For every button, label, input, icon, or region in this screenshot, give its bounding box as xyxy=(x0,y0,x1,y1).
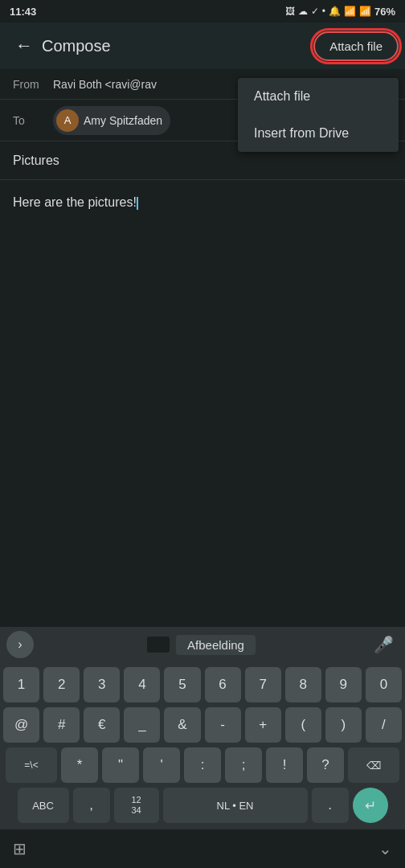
recipient-name: Amy Spitzfaden xyxy=(84,114,162,127)
key-hash[interactable]: # xyxy=(43,707,80,743)
key-colon[interactable]: : xyxy=(184,747,221,783)
key-3[interactable]: 3 xyxy=(84,667,120,702)
key-quote[interactable]: " xyxy=(102,747,139,783)
check-circle-icon: ✓ xyxy=(311,6,319,17)
status-time: 11:43 xyxy=(10,6,36,18)
key-0[interactable]: 0 xyxy=(366,667,402,702)
microphone-icon[interactable]: 🎤 xyxy=(369,635,399,654)
recipient-chip[interactable]: A Amy Spitzfaden xyxy=(53,106,170,135)
key-minus[interactable]: - xyxy=(205,707,241,743)
key-comma[interactable]: , xyxy=(73,788,110,823)
key-abc[interactable]: ABC xyxy=(18,788,69,823)
key-euro[interactable]: € xyxy=(84,707,120,743)
key-space[interactable]: NL • EN xyxy=(163,788,308,823)
keyboard-grid-icon[interactable]: ⊞ xyxy=(13,839,27,858)
suggestion-word[interactable]: Afbeelding xyxy=(176,635,256,655)
key-plus[interactable]: + xyxy=(245,707,281,743)
key-9[interactable]: 9 xyxy=(325,667,362,702)
signal-icon: 📶 xyxy=(359,6,371,17)
key-ampersand[interactable]: & xyxy=(164,707,200,743)
attach-file-button[interactable]: Attach file xyxy=(313,31,399,61)
alarm-icon: 🔔 xyxy=(329,6,341,17)
key-underscore[interactable]: _ xyxy=(124,707,160,743)
backspace-key[interactable]: ⌫ xyxy=(348,747,399,783)
cloud-icon: ☁ xyxy=(298,6,308,17)
body-spacer xyxy=(0,416,405,627)
key-1[interactable]: 1 xyxy=(3,667,39,702)
dropdown-attach-file[interactable]: Attach file xyxy=(238,78,399,115)
gallery-icon: 🖼 xyxy=(285,6,295,17)
key-question[interactable]: ? xyxy=(307,747,344,783)
body-text: Here are the pictures! xyxy=(13,195,137,209)
key-slash[interactable]: / xyxy=(366,707,402,743)
key-star[interactable]: * xyxy=(61,747,98,783)
key-enter[interactable]: ↵ xyxy=(353,788,388,823)
toolbar: ← Compose Attach file Attach file Insert… xyxy=(0,23,405,69)
suggestion-center: Afbeelding xyxy=(37,635,366,655)
avatar-initial: A xyxy=(64,114,72,126)
key-exclaim[interactable]: ! xyxy=(266,747,303,783)
key-8[interactable]: 8 xyxy=(285,667,321,702)
suggestion-arrow-button[interactable]: › xyxy=(6,631,34,658)
text-cursor xyxy=(137,197,138,210)
keyboard-row-numbers: 1 2 3 4 5 6 7 8 9 0 xyxy=(3,667,402,702)
back-button[interactable]: ← xyxy=(6,28,42,63)
subject-text: Pictures xyxy=(13,154,59,168)
key-semicolon[interactable]: ; xyxy=(225,747,262,783)
key-apos[interactable]: ' xyxy=(143,747,180,783)
from-value: Ravi Both <ravi@rav xyxy=(53,78,157,91)
key-7[interactable]: 7 xyxy=(245,667,281,702)
key-at[interactable]: @ xyxy=(3,707,39,743)
to-label: To xyxy=(13,114,53,127)
body-area[interactable]: Here are the pictures! xyxy=(0,180,405,416)
key-6[interactable]: 6 xyxy=(205,667,241,702)
key-1234[interactable]: 1234 xyxy=(114,788,159,823)
keyboard-row-bottom: ABC , 1234 NL • EN . ↵ xyxy=(3,788,402,823)
battery-percent: 76% xyxy=(374,6,395,18)
keyboard-hide-icon[interactable]: ⌄ xyxy=(378,839,392,858)
nav-bar: ⊞ ⌄ xyxy=(0,829,405,868)
dropdown-menu: Attach file Insert from Drive xyxy=(238,78,399,152)
suggestion-image-thumb xyxy=(147,637,170,653)
dot-icon: • xyxy=(322,6,325,17)
keyboard-row-symbols2: =\< * " ' : ; ! ? ⌫ xyxy=(3,747,402,783)
key-5[interactable]: 5 xyxy=(164,667,200,702)
toolbar-title: Compose xyxy=(42,37,313,55)
key-period[interactable]: . xyxy=(312,788,349,823)
keyboard-suggestion-bar: › Afbeelding 🎤 xyxy=(0,627,405,662)
status-bar: 11:43 🖼 ☁ ✓ • 🔔 📶 📶 76% xyxy=(0,0,405,23)
wifi-icon: 📶 xyxy=(344,6,356,17)
key-close-paren[interactable]: ) xyxy=(325,707,362,743)
key-2[interactable]: 2 xyxy=(43,667,80,702)
dropdown-insert-drive[interactable]: Insert from Drive xyxy=(238,115,399,152)
keyboard-row-symbols1: @ # € _ & - + ( ) / xyxy=(3,707,402,743)
key-4[interactable]: 4 xyxy=(124,667,160,702)
key-symbols-switch[interactable]: =\< xyxy=(6,747,57,783)
status-icons: 🖼 ☁ ✓ • 🔔 📶 📶 76% xyxy=(285,6,395,18)
key-open-paren[interactable]: ( xyxy=(285,707,321,743)
keyboard: 1 2 3 4 5 6 7 8 9 0 @ # € _ & - + ( xyxy=(0,662,405,829)
recipient-avatar: A xyxy=(56,109,79,132)
back-icon: ← xyxy=(15,35,33,56)
from-label: From xyxy=(13,78,53,91)
